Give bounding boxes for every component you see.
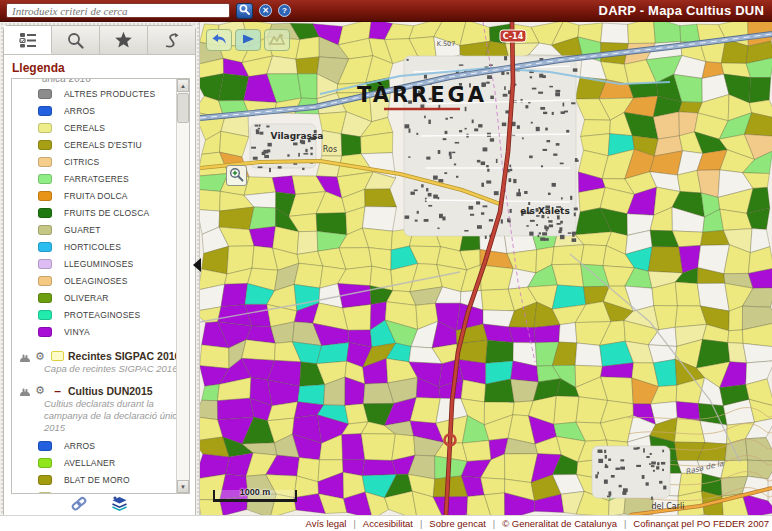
layer-title-dun2015[interactable]: Cultius DUN2015 [68,385,153,397]
scroll-up-button[interactable]: ▲ [177,79,189,92]
footer-separator: | [420,519,422,529]
sidebar: Llegenda única 2016 ALTRES PRODUCTESARRO… [0,22,200,515]
legend-label: OLIVERAR [64,293,109,303]
close-icon: ✕ [262,7,269,15]
legend-label: CITRICS [64,157,99,167]
footer-link[interactable]: Sobre gencat [429,518,486,529]
scroll-thumb[interactable] [177,93,189,123]
app-header: ✕ ? DARP - Mapa Cultius DUN [0,0,772,22]
dun2015-marker: – [51,386,64,396]
magnifier-icon [67,32,84,49]
zoom-full-extent-button[interactable] [264,29,290,51]
tab-route[interactable] [148,26,195,54]
legend-swatch [38,89,52,99]
legend-swatch [38,208,52,218]
layer-title-sigpac[interactable]: Recintes SIGPAC 2016 [68,350,176,362]
legend-swatch [38,106,52,116]
search-icon [239,3,250,18]
map-label: del Carli [652,502,685,511]
map-label: els Xalets [520,206,570,216]
legend-item: FRUITS DE CLOSCA [38,205,176,221]
legend-item: HORTICOLES [38,239,176,255]
link-icon [71,497,88,514]
legend-label: FRUITS DE CLOSCA [64,208,149,218]
search-input[interactable] [6,3,230,18]
legend-scroll-area[interactable]: única 2016 ALTRES PRODUCTESARROSCEREALSC… [12,79,176,493]
sidebar-footer [4,496,195,515]
scroll-down-button[interactable]: ▼ [177,480,189,493]
sidebar-collapse-arrow[interactable] [193,258,201,272]
legend-label: HORTICOLES [64,242,121,252]
map-label: Vilagrassa [271,131,324,141]
footer-link[interactable]: Cofinançat pel PO FEDER 2007 [633,518,769,529]
legend-item: AVELLANER [38,455,176,471]
legend-item: CEREALS [38,489,176,494]
layer-pan-icon[interactable] [18,385,31,396]
legend-label: CEREALS [64,123,105,133]
scalebar-label: 1000 m [215,487,295,497]
legend-label: GUARET [64,225,101,235]
tab-search[interactable] [52,26,100,54]
app-window: ✕ ? DARP - Mapa Cultius DUN [0,0,772,531]
clipped-layer-text: única 2016 [42,79,176,84]
tab-favorites[interactable] [100,26,148,54]
legend-item: ARROS [38,103,176,119]
legend-swatch [38,310,52,320]
close-button[interactable]: ✕ [259,4,272,17]
layer-row-sigpac[interactable]: ⚙ Recintes SIGPAC 2016 [18,350,176,362]
legend-swatch [38,259,52,269]
legend-item: OLIVERAR [38,290,176,306]
legend-swatch [38,441,52,451]
legend-list-dun2016: ALTRES PRODUCTESARROSCEREALSCEREALS D'ES… [16,86,176,340]
legend-item: VINYA [38,324,176,340]
legend-item: LLEGUMINOSES [38,256,176,272]
layer-settings-icon[interactable]: ⚙ [35,351,47,362]
legend-label: VINYA [64,327,90,337]
map-label: TÀRREGA [357,82,487,107]
layer-row-dun2015[interactable]: ⚙ – Cultius DUN2015 [18,385,176,397]
legend-scrollbar[interactable]: ▲ ▼ [176,79,189,493]
map-viewport[interactable]: TÀRREGAVilagrassaRosels XaletsK.507del C… [200,22,772,515]
back-arrow-icon [211,33,227,48]
route-icon [163,32,181,49]
basemap-canvas[interactable]: TÀRREGAVilagrassaRosels XaletsK.507del C… [200,22,772,515]
next-extent-button[interactable] [235,29,261,51]
legend-item: FRUITA DOLCA [38,188,176,204]
forward-arrow-icon [241,33,256,48]
map-label: Ros [323,145,337,154]
zoom-in-tool-button[interactable] [226,165,247,186]
legend-item: CITRICS [38,154,176,170]
help-button[interactable]: ? [278,4,291,17]
legend-swatch [38,140,52,150]
footer-separator: | [493,519,495,529]
search-button[interactable] [236,3,253,19]
legend-item: ARROS [38,438,176,454]
legend-item: OLEAGINOSES [38,273,176,289]
legend-item: FARRATGERES [38,171,176,187]
layers-plus-icon [110,498,129,515]
previous-extent-button[interactable] [206,29,232,51]
footer-separator: | [624,519,626,529]
zoom-in-magnifier-icon [229,167,244,185]
add-layer-button[interactable] [110,496,129,515]
layer-settings-icon[interactable]: ⚙ [35,385,47,396]
share-link-button[interactable] [71,496,88,515]
legend-label: BLAT DE MORO [64,475,130,485]
legend-label: ALTRES PRODUCTES [64,89,155,99]
footer-link[interactable]: Accesibilitat [363,518,413,529]
layer-pan-icon[interactable] [18,351,31,362]
star-icon [114,31,133,49]
footer-link[interactable]: Avís legal [305,518,346,529]
full-extent-icon [269,33,285,48]
legend-label: PROTEAGINOSES [64,310,140,320]
map-scalebar: 1000 m [213,490,297,502]
help-icon: ? [282,7,287,15]
footer-link[interactable]: © Generalitat de Catalunya [502,518,617,529]
road-shield-label: C-14 [503,32,524,41]
legend-swatch [38,492,52,494]
tab-legend[interactable] [4,26,52,54]
footer-separator: | [353,519,355,529]
layer-subtitle-sigpac: Capa de recintes SIGPAC 2016 [44,363,176,375]
legend-swatch [38,327,52,337]
legend-item: BLAT DE MORO [38,472,176,488]
